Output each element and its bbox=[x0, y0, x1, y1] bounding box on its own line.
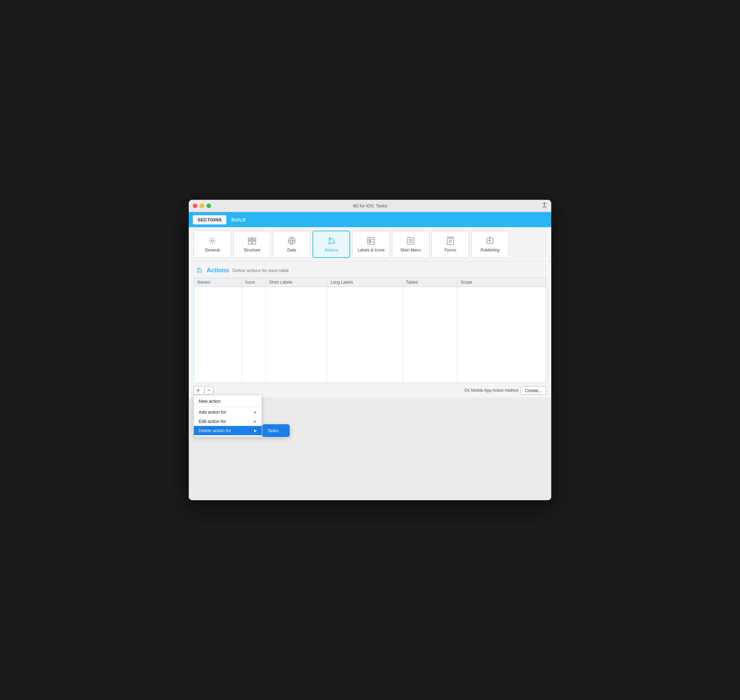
col-icons-body bbox=[242, 287, 266, 383]
sections-row: General Structure Da bbox=[189, 227, 551, 262]
ctx-add-arrow-icon: ▶ bbox=[254, 410, 257, 414]
ctx-delete-action-for[interactable]: Delete action for ▶ Tasks bbox=[194, 426, 261, 435]
col-names-body bbox=[194, 287, 242, 383]
bottom-bar-wrapper: + − On Mobile App Action method Create..… bbox=[189, 383, 551, 397]
upload-icon[interactable] bbox=[542, 203, 547, 209]
ctx-new-action[interactable]: New action bbox=[194, 397, 261, 406]
section-labels-icons[interactable]: Labels & Icons bbox=[352, 231, 390, 258]
submenu-delete: Tasks bbox=[262, 424, 290, 437]
svg-rect-3 bbox=[248, 241, 252, 244]
context-menu: New action Add action for ▶ Edit action … bbox=[194, 395, 262, 437]
col-scope-body bbox=[457, 287, 546, 383]
section-main-menu-label: Main Menu bbox=[401, 248, 421, 253]
window-controls bbox=[193, 204, 211, 208]
col-header-icons: Icons bbox=[242, 278, 266, 287]
app-window: 4D for iOS: Tasks SECTIONS BUILD General bbox=[189, 200, 551, 500]
section-forms[interactable]: Forms bbox=[432, 231, 469, 258]
add-action-button[interactable]: + bbox=[194, 386, 203, 395]
col-tables-body bbox=[402, 287, 457, 383]
build-tab[interactable]: BUILD bbox=[226, 215, 250, 224]
section-actions[interactable]: Actions bbox=[313, 231, 350, 258]
svg-rect-13 bbox=[369, 241, 371, 243]
window-title: 4D for iOS: Tasks bbox=[353, 203, 388, 208]
section-data-label: Data bbox=[287, 248, 296, 253]
col-short-body bbox=[266, 287, 327, 383]
title-bar: 4D for iOS: Tasks bbox=[189, 200, 551, 212]
actions-header: Actions Define actions for each table bbox=[189, 262, 551, 278]
ctx-delete-arrow-icon: ▶ bbox=[254, 429, 257, 432]
col-long-body bbox=[327, 287, 402, 383]
section-general[interactable]: General bbox=[194, 231, 231, 258]
svg-rect-11 bbox=[368, 237, 374, 244]
col-header-scope: Scope bbox=[457, 278, 546, 287]
actions-page-title: Actions bbox=[207, 267, 229, 274]
section-publishing[interactable]: Publishing bbox=[471, 231, 509, 258]
svg-rect-21 bbox=[449, 237, 452, 238]
col-header-names: Names bbox=[194, 278, 242, 287]
svg-point-0 bbox=[211, 240, 213, 242]
svg-rect-12 bbox=[369, 239, 371, 241]
remove-action-button[interactable]: − bbox=[204, 386, 213, 395]
table-header: Names Icons Short Labels Long Labels Tab… bbox=[194, 278, 546, 287]
section-actions-label: Actions bbox=[324, 248, 338, 253]
minimize-button[interactable] bbox=[200, 204, 204, 208]
top-nav: SECTIONS BUILD bbox=[189, 212, 551, 227]
table-body[interactable] bbox=[194, 287, 546, 383]
svg-rect-4 bbox=[253, 241, 256, 244]
section-labels-icons-label: Labels & Icons bbox=[358, 248, 385, 253]
ctx-add-action-for[interactable]: Add action for ▶ bbox=[194, 407, 261, 417]
ctx-edit-arrow-icon: ▶ bbox=[254, 419, 257, 423]
ctx-edit-action-for[interactable]: Edit action for ▶ bbox=[194, 417, 261, 426]
section-structure-label: Structure bbox=[244, 248, 261, 253]
section-publishing-label: Publishing bbox=[480, 248, 499, 253]
section-data[interactable]: Data bbox=[273, 231, 310, 258]
actions-table: Names Icons Short Labels Long Labels Tab… bbox=[194, 278, 546, 383]
actions-page-subtitle: Define actions for each table bbox=[232, 268, 289, 273]
section-forms-label: Forms bbox=[445, 248, 456, 253]
submenu-tasks[interactable]: Tasks bbox=[263, 426, 289, 435]
maximize-button[interactable] bbox=[207, 204, 211, 208]
actions-header-icon bbox=[195, 266, 203, 274]
section-general-label: General bbox=[205, 248, 220, 253]
create-button[interactable]: Create... bbox=[520, 386, 546, 395]
on-mobile-text: On Mobile App Action method bbox=[464, 388, 518, 393]
ctx-separator-1 bbox=[194, 406, 261, 407]
col-header-tables: Tables bbox=[402, 278, 457, 287]
sections-tab[interactable]: SECTIONS bbox=[193, 215, 226, 224]
col-header-short-labels: Short Labels bbox=[266, 278, 327, 287]
close-button[interactable] bbox=[193, 204, 197, 208]
col-header-long-labels: Long Labels bbox=[327, 278, 402, 287]
svg-rect-25 bbox=[487, 238, 493, 244]
section-main-menu[interactable]: Main Menu bbox=[392, 231, 430, 258]
section-structure[interactable]: Structure bbox=[233, 231, 271, 258]
